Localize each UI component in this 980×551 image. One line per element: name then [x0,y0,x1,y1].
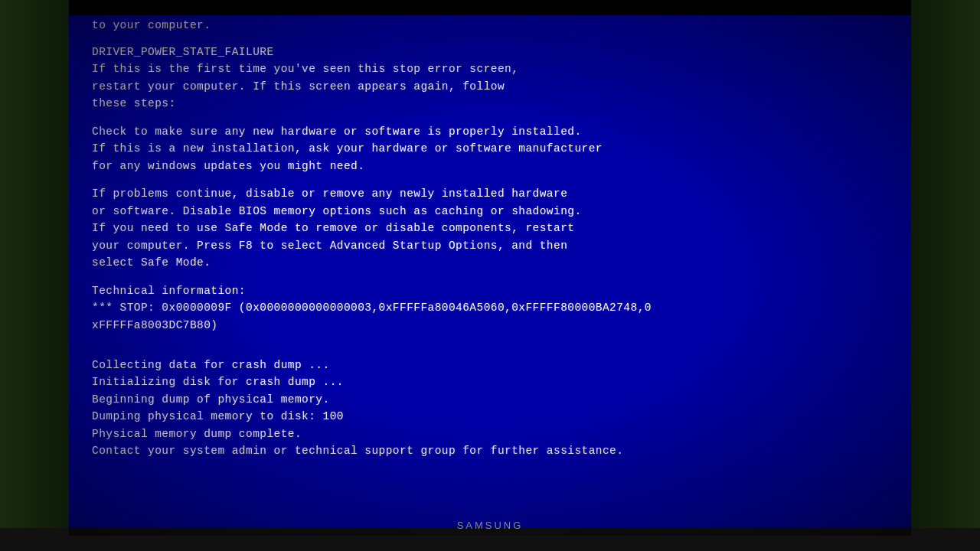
para1-line3: these steps: [92,95,888,112]
dump-line-6: Contact your system admin or technical s… [92,442,888,459]
para3-line3: If you need to use Safe Mode to remove o… [92,220,888,236]
para3-line2: or software. Disable BIOS memory options… [92,203,888,220]
dump-line-3: Beginning dump of physical memory. [92,391,888,408]
para2-line2: If this is a new installation, ask your … [92,140,888,157]
para3-line1: If problems continue, disable or remove … [92,185,888,202]
dump-line-1: Collecting data for crash dump ... [92,357,888,373]
tech-header: Technical information: [92,282,888,299]
para3-line5: select Safe Mode. [92,254,888,271]
bsod-screen: A problem has been detected and windows … [69,15,911,536]
dump-line-4: Dumping physical memory to disk: 100 [92,408,888,425]
para2-line3: for any windows updates you might need. [92,158,888,174]
top-line-2: to your computer. [92,17,888,34]
bsod-content: A problem has been detected and windows … [92,15,888,460]
samsung-brand-label: SAMSUNG [457,520,524,531]
right-background [911,0,980,551]
left-background [0,0,69,551]
dump-line-5: Physical memory dump complete. [92,425,888,442]
para1-line1: If this is the first time you've seen th… [92,60,888,77]
stop-line-1: *** STOP: 0x0000009F (0x0000000000000003… [92,299,888,316]
dump-line-2: Initializing disk for crash dump ... [92,373,888,390]
para3-line4: your computer. Press F8 to select Advanc… [92,237,888,254]
dump-section: Collecting data for crash dump ... Initi… [92,357,888,460]
stop-line-2: xFFFFFa8003DC7B80) [92,317,888,334]
outer-frame: A problem has been detected and windows … [0,0,980,551]
para2-line1: Check to make sure any new hardware or s… [92,123,888,140]
para1-line2: restart your computer. If this screen ap… [92,78,888,95]
error-code: DRIVER_POWER_STATE_FAILURE [92,44,888,60]
bottom-bezel [0,528,980,551]
